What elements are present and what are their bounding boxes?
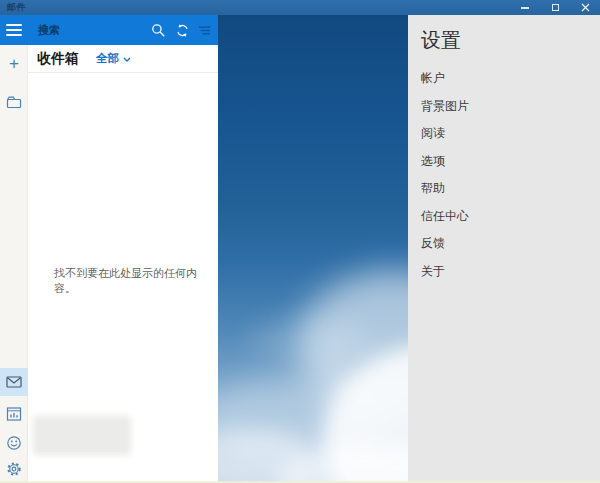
chevron-down-icon [123,57,131,62]
minimize-icon [521,7,529,9]
feedback-button[interactable] [0,430,28,456]
close-button[interactable] [570,0,600,15]
inbox-header: 收件箱 全部 [28,45,218,73]
settings-list: 帐户 背景图片 阅读 选项 帮助 信任中心 反馈 关于 [421,65,600,285]
new-mail-button[interactable]: + [0,51,28,77]
selection-mode-icon[interactable] [197,23,212,38]
settings-item-feedback[interactable]: 反馈 [421,230,600,258]
filter-label: 全部 [96,51,119,66]
maximize-button[interactable] [540,0,570,15]
search-icon[interactable] [151,23,166,38]
search-placeholder: 搜索 [38,23,60,38]
settings-panel: 设置 帐户 背景图片 阅读 选项 帮助 信任中心 反馈 关于 [408,15,600,483]
background-image [218,15,408,483]
settings-button[interactable] [0,456,28,482]
hamburger-menu-button[interactable] [6,24,22,36]
settings-title: 设置 [421,27,600,54]
calendar-icon [6,406,22,421]
folder-title: 收件箱 [37,50,79,68]
folders-button[interactable] [0,89,28,115]
calendar-nav-button[interactable] [0,400,28,426]
message-list-pane: 收件箱 全部 找不到要在此处显示的任何内容。 [28,45,218,483]
settings-item-about[interactable]: 关于 [421,258,600,286]
search-input[interactable]: 搜索 [38,15,60,45]
minimize-button[interactable] [510,0,540,15]
settings-item-reading[interactable]: 阅读 [421,120,600,148]
settings-item-help[interactable]: 帮助 [421,175,600,203]
mail-icon [6,376,22,388]
mail-nav-button[interactable] [0,368,28,396]
settings-item-accounts[interactable]: 帐户 [421,65,600,93]
settings-item-background-picture[interactable]: 背景图片 [421,93,600,121]
add-icon: + [9,55,19,72]
window-title: 邮件 [7,1,26,14]
sync-icon[interactable] [175,23,190,38]
filter-dropdown[interactable]: 全部 [96,51,131,66]
settings-item-options[interactable]: 选项 [421,148,600,176]
folder-icon [6,95,22,109]
maximize-icon [552,4,559,11]
window-controls [510,0,600,15]
settings-item-trust-center[interactable]: 信任中心 [421,203,600,231]
close-icon [581,3,590,12]
feedback-smiley-icon [6,435,22,451]
navigation-rail: + [0,45,28,483]
settings-gear-icon [6,461,22,477]
search-toolbar: 搜索 [0,15,218,45]
titlebar: 邮件 [0,0,600,15]
redacted-account-label [33,416,131,455]
empty-list-message: 找不到要在此处显示的任何内容。 [54,266,218,296]
mail-app-window: 邮件 搜索 [0,0,600,483]
